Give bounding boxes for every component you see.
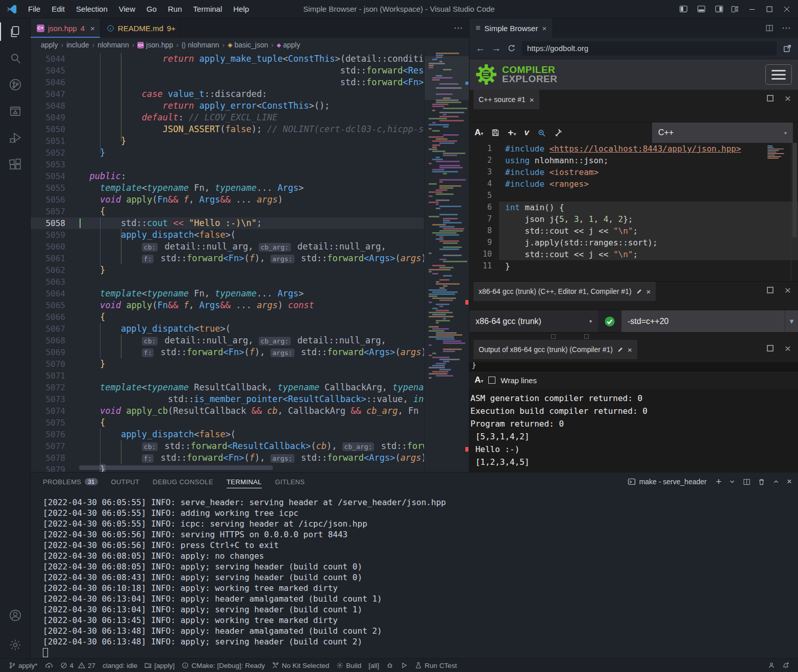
format-icon[interactable] (554, 129, 562, 137)
open-external-icon[interactable] (783, 44, 792, 53)
layout-panel-icon[interactable] (697, 5, 706, 13)
tab-compiler[interactable]: x86-64 gcc (trunk) (C++, Editor #1, Comp… (473, 282, 656, 301)
minimize-button[interactable] (748, 5, 756, 13)
activity-run-debug[interactable] (0, 125, 31, 151)
breadcrumb-item-apply[interactable]: apply (41, 41, 58, 49)
breadcrumb-item-basic_json[interactable]: ◈basic_json (228, 41, 268, 49)
save-icon[interactable] (491, 129, 500, 137)
status-folder[interactable]: [apply] (141, 662, 178, 669)
hamburger-menu-button[interactable] (765, 64, 792, 85)
new-terminal-icon[interactable]: + (716, 476, 721, 487)
activity-extensions[interactable] (0, 151, 31, 178)
godbolt-source-editor[interactable]: 1#include <https://localhost:8443/apply/… (469, 143, 798, 282)
close-window-button[interactable] (783, 5, 791, 13)
godbolt-scrollbar[interactable] (791, 143, 798, 281)
menu-file[interactable]: File (22, 0, 46, 18)
close-icon[interactable]: × (628, 345, 632, 354)
status-warning[interactable]: 27 (74, 662, 99, 669)
status-info[interactable]: CMake: [Debug]: Ready (178, 662, 268, 669)
close-tab-icon[interactable]: × (90, 24, 95, 33)
more-actions-icon[interactable]: ⋯ (782, 22, 791, 34)
menu-help[interactable]: Help (228, 0, 255, 18)
menu-edit[interactable]: Edit (46, 0, 70, 18)
breadcrumb-item-nlohmann[interactable]: nlohmann (97, 41, 129, 49)
tab-cpp-source[interactable]: C++ source #1 × (473, 90, 539, 109)
layout-sidebar-left-icon[interactable] (679, 5, 688, 13)
close-pane-icon[interactable]: × (785, 95, 791, 102)
add-pane-button[interactable]: +▾ (508, 127, 516, 138)
activity-account[interactable] (0, 602, 31, 629)
status-beaker[interactable]: Run CTest (411, 662, 460, 669)
tab-readme-md[interactable]: README.md 9+ (101, 18, 181, 38)
terminal-dropdown-icon[interactable] (729, 478, 736, 485)
menu-run[interactable]: Run (162, 0, 188, 18)
activity-source-control[interactable] (0, 71, 31, 98)
language-select[interactable]: C++▾ (652, 122, 793, 143)
activity-settings[interactable] (0, 632, 31, 658)
tab-output[interactable]: Output of x86-64 gcc (trunk) (Compiler #… (473, 340, 637, 359)
breadcrumb-item-nlohmann[interactable]: {}nlohmann (182, 41, 219, 49)
status-bell[interactable] (779, 662, 793, 669)
terminal-content[interactable]: [2022-04-30 06:05:55] INFO: serve_header… (31, 491, 798, 658)
rename-icon[interactable] (636, 288, 642, 295)
panel-tab-debug-console[interactable]: DEBUG CONSOLE (153, 472, 213, 491)
more-actions-icon[interactable]: ⋯ (454, 22, 463, 34)
tab-simple-browser[interactable]: ≡ Simple Browser × (469, 18, 553, 38)
wrap-lines-checkbox[interactable] (488, 377, 495, 384)
split-editor-icon[interactable] (765, 24, 774, 32)
breadcrumb-item-include[interactable]: include (66, 41, 89, 49)
split-terminal-icon[interactable] (743, 478, 751, 486)
vim-mode-icon[interactable]: v (524, 128, 529, 138)
maximize-button[interactable] (765, 5, 774, 13)
status-tools[interactable]: No Kit Selected (268, 662, 333, 669)
menu-go[interactable]: Go (141, 0, 162, 18)
close-icon[interactable]: × (646, 287, 651, 296)
activity-testing[interactable] (0, 98, 31, 125)
close-pane-icon[interactable]: × (785, 345, 791, 352)
status-branch[interactable]: apply* (5, 662, 41, 669)
url-input[interactable]: https://godbolt.org (522, 41, 777, 56)
tab-json-hpp[interactable]: C+ json.hpp 4 × (31, 18, 101, 38)
forward-icon[interactable]: → (491, 43, 501, 54)
panel-tab-terminal[interactable]: TERMINAL (227, 472, 262, 491)
layout-sidebar-right-icon[interactable] (715, 5, 724, 13)
back-icon[interactable]: ← (476, 43, 485, 54)
args-dropdown-icon[interactable]: ▾ (785, 310, 798, 332)
close-icon[interactable]: × (530, 95, 534, 104)
status-play[interactable] (397, 662, 411, 669)
menu-selection[interactable]: Selection (70, 0, 113, 18)
breadcrumb-item-apply[interactable]: ◆apply (277, 41, 300, 49)
panel-tab-gitlens[interactable]: GITLENS (275, 472, 305, 491)
activity-explorer[interactable] (0, 18, 31, 45)
zoom-search-icon[interactable] (537, 129, 546, 137)
status-bug[interactable] (383, 662, 397, 669)
compiler-args-input[interactable]: -std=c++20 (621, 310, 785, 332)
menu-terminal[interactable]: Terminal (188, 0, 228, 18)
maximize-pane-icon[interactable] (767, 345, 774, 352)
font-size-button[interactable]: A▾ (475, 375, 483, 385)
maximize-pane-icon[interactable] (767, 287, 774, 293)
status-gear[interactable]: Build (333, 662, 365, 669)
status-cloud[interactable] (41, 662, 57, 669)
minimap[interactable] (424, 52, 469, 472)
kill-terminal-icon[interactable] (758, 478, 765, 486)
customize-layout-icon[interactable] (731, 5, 739, 13)
status--all-[interactable]: [all] (365, 662, 383, 669)
close-panel-icon[interactable]: × (787, 477, 792, 487)
close-pane-icon[interactable]: × (785, 287, 791, 293)
activity-search[interactable] (0, 45, 31, 71)
breadcrumb-item-json.hpp[interactable]: C+json.hpp (137, 41, 173, 49)
maximize-panel-icon[interactable] (772, 478, 780, 485)
compiler-select[interactable]: x86-64 gcc (trunk)▾ (469, 310, 598, 332)
status-person[interactable] (764, 662, 779, 669)
status-clangd-idle[interactable]: clangd: idle (99, 662, 141, 669)
panel-tab-output[interactable]: OUTPUT (111, 472, 140, 491)
panel-tab-problems[interactable]: PROBLEMS31 (43, 472, 98, 491)
close-tab-icon[interactable]: × (542, 24, 546, 33)
horizontal-scrollbar[interactable] (79, 465, 273, 470)
maximize-pane-icon[interactable] (767, 95, 774, 102)
status-error[interactable]: 4 (57, 662, 75, 669)
code-editor[interactable]: 5044 return apply_make_tuple<ConstThis>(… (31, 52, 469, 472)
rename-icon[interactable] (617, 346, 624, 353)
font-size-button[interactable]: A▾ (475, 128, 483, 138)
